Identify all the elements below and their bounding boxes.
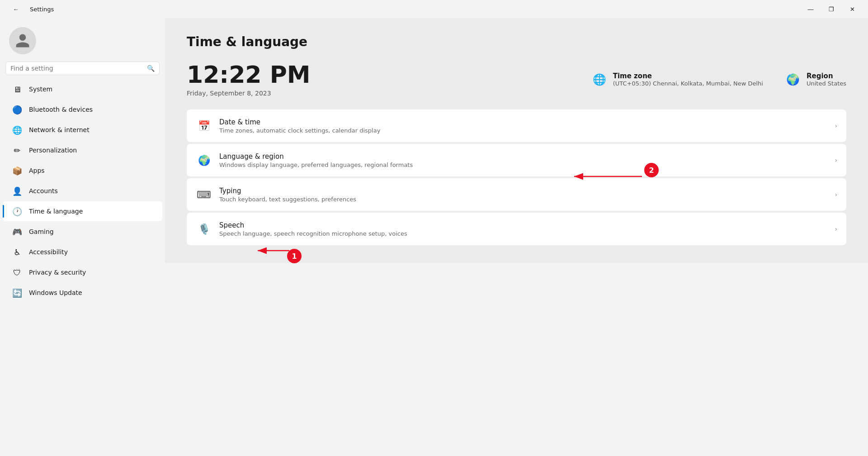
card-subtitle-typing: Touch keyboard, text suggestions, prefer… [219,196,827,203]
sidebar-item-bluetooth[interactable]: 🔵 Bluetooth & devices [3,100,162,119]
card-icon-language: 🌍 [196,152,212,168]
nav-label-bluetooth: Bluetooth & devices [29,106,93,113]
card-title-typing: Typing [219,187,827,195]
time-header: 12:22 PM Friday, September 8, 2023 🌐 Tim… [187,62,846,97]
card-title-language: Language & region [219,152,827,161]
nav-icon-bluetooth: 🔵 [12,104,23,115]
nav-label-network: Network & internet [29,126,90,133]
settings-card-datetime[interactable]: 📅 Date & time Time zones, automatic cloc… [187,109,846,142]
sidebar-item-apps[interactable]: 📦 Apps [3,161,162,180]
search-icon: 🔍 [147,65,155,72]
sidebar-item-time[interactable]: 🕐 Time & language [3,201,162,221]
settings-card-speech[interactable]: 🎙️ Speech Speech language, speech recogn… [187,213,846,245]
close-button[interactable]: ✕ [842,2,863,16]
card-title-datetime: Date & time [219,118,827,126]
person-icon [14,33,31,49]
sidebar-item-network[interactable]: 🌐 Network & internet [3,120,162,140]
region-icon: 🌍 [785,71,801,88]
card-subtitle-datetime: Time zones, automatic clock settings, ca… [219,127,827,134]
profile-section [0,18,165,62]
card-chevron-speech: › [835,225,837,233]
date-display: Friday, September 8, 2023 [187,90,591,97]
settings-card-typing[interactable]: ⌨️ Typing Touch keyboard, text suggestio… [187,178,846,211]
nav-icon-accessibility: ♿ [12,247,23,257]
search-box[interactable]: 🔍 [5,62,160,75]
sidebar-item-gaming[interactable]: 🎮 Gaming [3,222,162,242]
sidebar-item-personalization[interactable]: ✏️ Personalization [3,140,162,160]
nav-label-system: System [29,86,52,93]
nav-icon-system: 🖥 [12,84,23,95]
title-bar: ← Settings — ❐ ✕ [0,0,868,18]
back-button[interactable]: ← [5,2,26,16]
nav-label-accounts: Accounts [29,187,58,195]
nav-label-time: Time & language [29,208,83,215]
nav-icon-windowsupdate: 🔄 [12,287,23,298]
sidebar-item-privacy[interactable]: 🛡 Privacy & security [3,262,162,282]
card-icon-speech: 🎙️ [196,221,212,237]
sidebar: 🔍 🖥 System 🔵 Bluetooth & devices 🌐 Netwo… [0,18,165,456]
card-chevron-typing: › [835,191,837,198]
card-chevron-language: › [835,157,837,164]
nav-icon-time: 🕐 [12,206,23,217]
timezone-label: Time zone [613,72,763,80]
nav-label-apps: Apps [29,167,45,174]
content-wrapper: Time & language 12:22 PM Friday, Septemb… [165,18,868,456]
search-input[interactable] [10,65,143,72]
nav-icon-accounts: 👤 [12,185,23,196]
nav-icon-apps: 📦 [12,165,23,176]
settings-cards: 📅 Date & time Time zones, automatic cloc… [187,109,846,245]
timezone-icon: 🌐 [591,71,608,88]
window-controls: — ❐ ✕ [800,2,863,16]
nav-icon-gaming: 🎮 [12,226,23,237]
card-subtitle-speech: Speech language, speech recognition micr… [219,230,827,237]
card-icon-typing: ⌨️ [196,186,212,203]
app-title: Settings [30,6,54,13]
nav-label-windowsupdate: Windows Update [29,289,82,296]
timezone-value: (UTC+05:30) Chennai, Kolkata, Mumbai, Ne… [613,80,763,87]
nav-icon-network: 🌐 [12,124,23,135]
sidebar-item-accounts[interactable]: 👤 Accounts [3,181,162,201]
sidebar-item-system[interactable]: 🖥 System [3,79,162,99]
nav-label-accessibility: Accessibility [29,248,68,256]
card-chevron-datetime: › [835,122,837,129]
card-title-speech: Speech [219,221,827,229]
avatar[interactable] [9,27,36,54]
nav-label-personalization: Personalization [29,147,77,154]
nav-icon-personalization: ✏️ [12,145,23,156]
sidebar-item-windowsupdate[interactable]: 🔄 Windows Update [3,283,162,303]
clock-display: 12:22 PM [187,62,591,88]
region-label: Region [807,72,846,80]
region-value: United States [807,80,846,87]
timezone-info: 🌐 Time zone (UTC+05:30) Chennai, Kolkata… [591,71,763,88]
time-display: 12:22 PM Friday, September 8, 2023 [187,62,591,97]
nav-label-privacy: Privacy & security [29,269,86,276]
maximize-button[interactable]: ❐ [821,2,842,16]
time-info-group: 🌐 Time zone (UTC+05:30) Chennai, Kolkata… [591,71,846,88]
minimize-button[interactable]: — [800,2,821,16]
region-info: 🌍 Region United States [785,71,846,88]
sidebar-item-accessibility[interactable]: ♿ Accessibility [3,242,162,262]
nav-label-gaming: Gaming [29,228,54,235]
page-title: Time & language [187,34,846,49]
sidebar-nav: 🖥 System 🔵 Bluetooth & devices 🌐 Network… [0,79,165,303]
settings-card-language[interactable]: 🌍 Language & region Windows display lang… [187,144,846,176]
nav-icon-privacy: 🛡 [12,267,23,278]
main-content: Time & language 12:22 PM Friday, Septemb… [165,18,868,263]
card-icon-datetime: 📅 [196,118,212,134]
card-subtitle-language: Windows display language, preferred lang… [219,162,827,168]
